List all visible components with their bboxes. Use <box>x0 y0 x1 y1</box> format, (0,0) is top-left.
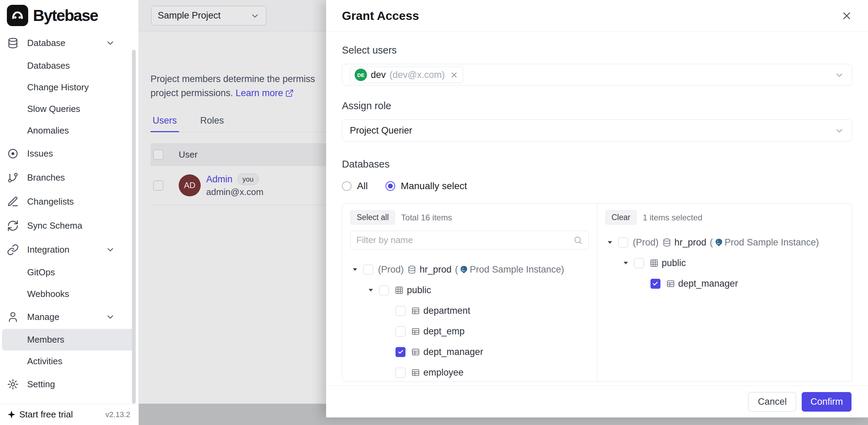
sidebar-item-changelists[interactable]: Changelists <box>2 189 134 214</box>
user-select[interactable]: DE dev (dev@x.com) <box>342 64 852 86</box>
role-select[interactable]: Project Querier <box>342 119 852 141</box>
caret-down-icon <box>366 286 375 295</box>
instance-info: (Prod Sample Instance) <box>455 264 564 275</box>
sidebar-item-activities[interactable]: Activities <box>2 351 134 372</box>
tree-row-dept_manager[interactable]: dept_manager <box>605 273 844 294</box>
checkbox[interactable] <box>396 368 405 378</box>
version-label: v2.13.2 <box>105 410 130 419</box>
chevron-down-icon <box>105 245 115 254</box>
integration-icon <box>7 244 19 256</box>
instance-open-paren: ( <box>455 264 458 275</box>
sidebar-footer: Start free trial v2.13.2 <box>0 404 138 425</box>
drawer-footer: Cancel Confirm <box>326 386 868 417</box>
sync-icon <box>7 220 19 232</box>
sidebar-item-label: Issues <box>27 148 53 159</box>
manage-icon <box>7 311 19 323</box>
tree-row-dept_manager[interactable]: dept_manager <box>350 342 589 362</box>
sidebar-item-issues[interactable]: Issues <box>2 141 134 165</box>
sidebar-item-webhooks[interactable]: Webhooks <box>2 283 134 305</box>
checkbox[interactable] <box>396 326 405 336</box>
sparkle-icon <box>7 410 16 419</box>
tree-node-label: dept_manager <box>678 278 738 289</box>
drawer-header: Grant Access <box>326 0 868 32</box>
schema-icon <box>649 259 659 268</box>
checkbox[interactable] <box>363 265 373 275</box>
role-select-value: Project Querier <box>350 125 412 136</box>
checkbox[interactable] <box>396 306 405 316</box>
checkbox[interactable] <box>379 285 389 295</box>
drawer-title: Grant Access <box>342 9 419 23</box>
sidebar-item-label: Manage <box>27 312 59 322</box>
sidebar-item-sync-schema[interactable]: Sync Schema <box>2 214 134 238</box>
radio-all[interactable]: All <box>342 181 368 192</box>
table-icon <box>666 279 675 288</box>
tree-row-employee[interactable]: employee <box>350 362 589 381</box>
sidebar-item-manage[interactable]: Manage <box>2 305 134 329</box>
database-scope-radios: All Manually select <box>342 179 852 193</box>
sidebar-item-change-history[interactable]: Change History <box>2 77 134 98</box>
start-free-trial-button[interactable]: Start free trial <box>7 409 73 420</box>
environment-prefix: (Prod) <box>633 237 659 248</box>
sidebar-item-label: Sync Schema <box>27 220 82 231</box>
checkbox[interactable] <box>618 238 628 248</box>
tree-row-department[interactable]: department <box>350 300 589 321</box>
branch-icon <box>7 172 19 184</box>
avatar: DE <box>355 69 367 81</box>
caret-down-icon <box>605 238 614 247</box>
instance-name: Prod Sample Instance) <box>470 264 564 275</box>
tree-row-public[interactable]: public <box>605 253 844 273</box>
sidebar-item-gitops[interactable]: GitOps <box>2 262 134 283</box>
sidebar-item-label: Databases <box>27 60 70 71</box>
tree-node-label: hr_prod <box>675 237 706 248</box>
clear-button[interactable]: Clear <box>605 210 637 225</box>
sidebar-item-anomalies[interactable]: Anomalies <box>2 120 134 141</box>
sidebar-item-label: Slow Queries <box>27 104 80 114</box>
confirm-button[interactable]: Confirm <box>802 392 852 412</box>
close-button[interactable] <box>839 8 854 23</box>
tree-node-label: employee <box>423 367 464 378</box>
radio-all-label: All <box>357 181 368 192</box>
tree-node-label: public <box>662 258 686 268</box>
remove-user-icon[interactable] <box>450 71 458 79</box>
tree-row-public[interactable]: public <box>350 280 589 300</box>
tree-row-hr_prod[interactable]: (Prod)hr_prod(Prod Sample Instance) <box>605 232 844 253</box>
caret-down-icon <box>621 259 630 267</box>
database-icon <box>407 265 416 274</box>
checkbox-checked[interactable] <box>396 347 405 357</box>
bytebase-logo-icon <box>7 5 28 26</box>
caret-down-icon <box>350 265 359 274</box>
select-all-button[interactable]: Select all <box>350 210 395 225</box>
filter-input[interactable] <box>356 235 573 245</box>
drawer-body: Select users DE dev (dev@x.com) Assign r… <box>326 32 868 386</box>
sidebar-item-label: Setting <box>27 379 55 390</box>
tree-node-label: hr_prod <box>420 264 452 275</box>
schema-icon <box>394 286 404 295</box>
tree-row-dept_emp[interactable]: dept_emp <box>350 321 589 342</box>
cancel-button[interactable]: Cancel <box>748 392 796 412</box>
brand-name: Bytebase <box>33 6 98 25</box>
sidebar-item-label: Activities <box>27 356 63 367</box>
tree-node-label: dept_manager <box>423 347 483 357</box>
sidebar-item-branches[interactable]: Branches <box>2 165 134 189</box>
radio-manually-select[interactable]: Manually select <box>386 181 467 192</box>
sidebar-item-members[interactable]: Members <box>2 329 134 351</box>
tree-row-hr_prod[interactable]: (Prod)hr_prod(Prod Sample Instance) <box>350 259 589 280</box>
sidebar-item-setting[interactable]: Setting <box>2 372 134 396</box>
sidebar-item-database[interactable]: Database <box>2 31 134 55</box>
table-icon <box>411 306 420 315</box>
tree-node-label: public <box>407 285 431 296</box>
grant-access-drawer: Grant Access Select users DE dev (dev@x.… <box>326 0 868 417</box>
tree-node-label: dept_emp <box>423 326 465 337</box>
table-icon <box>411 327 420 336</box>
checkbox-checked[interactable] <box>650 279 660 289</box>
sidebar-scrollbar[interactable] <box>132 50 136 404</box>
sidebar-item-label: Change History <box>27 82 89 93</box>
brand-logo[interactable]: Bytebase <box>0 3 138 29</box>
sidebar-item-slow-queries[interactable]: Slow Queries <box>2 98 134 120</box>
sidebar-item-integration[interactable]: Integration <box>2 238 134 262</box>
checkbox[interactable] <box>634 258 644 268</box>
sidebar-item-databases[interactable]: Databases <box>2 55 134 77</box>
tree-node-label: department <box>423 306 470 316</box>
trial-label: Start free trial <box>19 409 73 420</box>
database-source-panel: Select all Total 16 items (Prod)hr_prod(… <box>342 204 597 381</box>
